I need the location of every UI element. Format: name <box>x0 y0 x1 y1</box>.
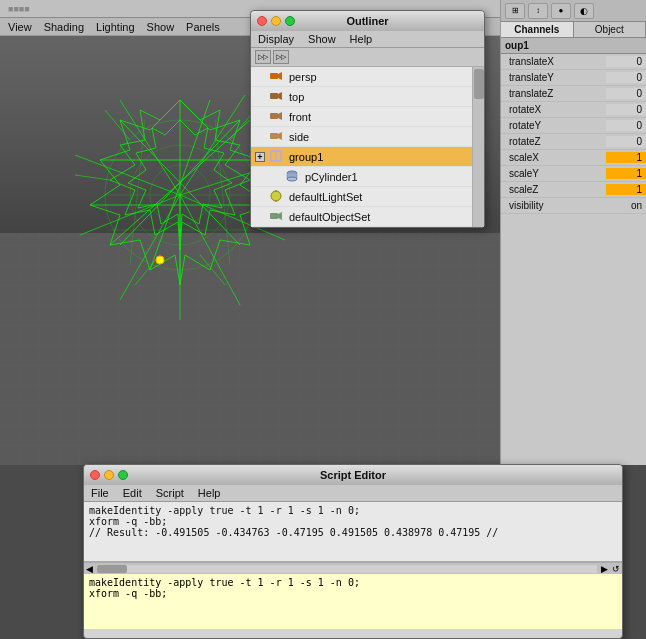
panel-tabs: Channels Object <box>501 22 646 38</box>
script-close-button[interactable] <box>90 470 100 480</box>
svg-rect-34 <box>270 73 278 79</box>
right-panel-top: ⊞ ↕ ● ◐ <box>500 0 646 22</box>
show-menu[interactable]: Show <box>145 21 177 33</box>
script-output-scrollbar[interactable]: ◀ ▶ ↺ <box>84 562 622 574</box>
script-output-line: // Result: -0.491505 -0.434763 -0.47195 … <box>89 527 617 538</box>
maya-icon-2[interactable]: ↕ <box>528 3 548 19</box>
outliner-item-icon <box>269 189 285 205</box>
window-controls <box>257 16 295 26</box>
outliner-help-menu[interactable]: Help <box>347 32 376 46</box>
outliner-item[interactable]: defaultLightSet <box>251 187 484 207</box>
channel-row[interactable]: rotateZ0 <box>501 134 646 150</box>
channel-row[interactable]: rotateY0 <box>501 118 646 134</box>
channel-label: translateX <box>501 56 606 67</box>
outliner-item-label: group1 <box>289 151 323 163</box>
channels-tab[interactable]: Channels <box>501 22 574 37</box>
channel-group-header: oup1 <box>501 38 646 54</box>
svg-marker-39 <box>278 112 282 120</box>
outliner-show-menu[interactable]: Show <box>305 32 339 46</box>
channel-value[interactable]: 0 <box>606 88 646 99</box>
channel-label: rotateY <box>501 120 606 131</box>
outliner-list: persp top front side+group1pCylinder1def… <box>251 67 484 227</box>
channel-value[interactable]: 0 <box>606 72 646 83</box>
script-input-area[interactable]: makeIdentity -apply true -t 1 -r 1 -s 1 … <box>84 574 622 629</box>
channel-label: scaleY <box>501 168 606 179</box>
outliner-item-icon <box>285 169 301 185</box>
outliner-item-label: side <box>289 131 309 143</box>
channel-value[interactable]: 0 <box>606 104 646 115</box>
outliner-item-label: persp <box>289 71 317 83</box>
minimize-button[interactable] <box>271 16 281 26</box>
close-button[interactable] <box>257 16 267 26</box>
outliner-item-label: front <box>289 111 311 123</box>
channel-value[interactable]: 1 <box>606 184 646 195</box>
channel-row[interactable]: scaleX1 <box>501 150 646 166</box>
scroll-reset-btn[interactable]: ↺ <box>610 564 622 574</box>
outliner-item[interactable]: defaultObjectSet <box>251 207 484 227</box>
lighting-menu[interactable]: Lighting <box>94 21 137 33</box>
outliner-scrollbar[interactable] <box>472 67 484 227</box>
scroll-left-btn[interactable]: ◀ <box>84 564 95 574</box>
outliner-title: Outliner <box>346 15 388 27</box>
script-edit-menu[interactable]: Edit <box>120 486 145 500</box>
script-maximize-button[interactable] <box>118 470 128 480</box>
outliner-window: Outliner Display Show Help ▷▷ ▷▷ persp t… <box>250 10 485 228</box>
channel-label: scaleZ <box>501 184 606 195</box>
maya-icon-4[interactable]: ◐ <box>574 3 594 19</box>
outliner-display-menu[interactable]: Display <box>255 32 297 46</box>
channel-row[interactable]: translateZ0 <box>501 86 646 102</box>
script-script-menu[interactable]: Script <box>153 486 187 500</box>
channel-value[interactable]: 0 <box>606 120 646 131</box>
maya-icon-3[interactable]: ● <box>551 3 571 19</box>
script-output-line: xform -q -bb; <box>89 516 617 527</box>
svg-line-22 <box>105 110 130 140</box>
channel-value[interactable]: 1 <box>606 152 646 163</box>
outliner-item-icon <box>269 69 285 85</box>
outliner-item-label: pCylinder1 <box>305 171 358 183</box>
channel-row[interactable]: translateY0 <box>501 70 646 86</box>
outliner-item-icon <box>269 209 285 225</box>
outliner-menubar: Display Show Help <box>251 31 484 48</box>
channel-row[interactable]: scaleZ1 <box>501 182 646 198</box>
script-editor-controls <box>90 470 128 480</box>
outliner-item[interactable]: +group1 <box>251 147 484 167</box>
script-input-line[interactable]: makeIdentity -apply true -t 1 -r 1 -s 1 … <box>89 577 617 588</box>
script-minimize-button[interactable] <box>104 470 114 480</box>
channel-row[interactable]: visibilityon <box>501 198 646 214</box>
maximize-button[interactable] <box>285 16 295 26</box>
outliner-item-icon <box>269 129 285 145</box>
outliner-toolbar-icon2[interactable]: ▷▷ <box>273 50 289 64</box>
channel-value[interactable]: 0 <box>606 136 646 147</box>
svg-marker-41 <box>278 132 282 140</box>
outliner-expand-icon <box>255 212 265 222</box>
shading-menu[interactable]: Shading <box>42 21 86 33</box>
outliner-item[interactable]: side <box>251 127 484 147</box>
outliner-item-icon <box>269 149 285 165</box>
channel-value[interactable]: on <box>606 200 646 211</box>
outliner-expand-icon[interactable]: + <box>255 152 265 162</box>
outliner-item[interactable]: persp <box>251 67 484 87</box>
outliner-item[interactable]: front <box>251 107 484 127</box>
channel-row[interactable]: scaleY1 <box>501 166 646 182</box>
scroll-right-btn[interactable]: ▶ <box>599 564 610 574</box>
script-output-line: makeIdentity -apply true -t 1 -r 1 -s 1 … <box>89 505 617 516</box>
outliner-toolbar-icon1[interactable]: ▷▷ <box>255 50 271 64</box>
object-tab[interactable]: Object <box>574 22 647 37</box>
script-editor-menubar: File Edit Script Help <box>84 485 622 502</box>
outliner-item[interactable]: top <box>251 87 484 107</box>
channel-label: translateY <box>501 72 606 83</box>
channel-row[interactable]: translateX0 <box>501 54 646 70</box>
panels-menu[interactable]: Panels <box>184 21 222 33</box>
svg-point-33 <box>156 256 164 264</box>
channel-value[interactable]: 0 <box>606 56 646 67</box>
channel-value[interactable]: 1 <box>606 168 646 179</box>
script-help-menu[interactable]: Help <box>195 486 224 500</box>
maya-icon-1[interactable]: ⊞ <box>505 3 525 19</box>
channel-row[interactable]: rotateX0 <box>501 102 646 118</box>
outliner-item[interactable]: pCylinder1 <box>251 167 484 187</box>
view-menu[interactable]: View <box>6 21 34 33</box>
outliner-item-icon <box>269 89 285 105</box>
outliner-expand-icon <box>255 92 265 102</box>
script-file-menu[interactable]: File <box>88 486 112 500</box>
script-input-line[interactable]: xform -q -bb; <box>89 588 617 599</box>
